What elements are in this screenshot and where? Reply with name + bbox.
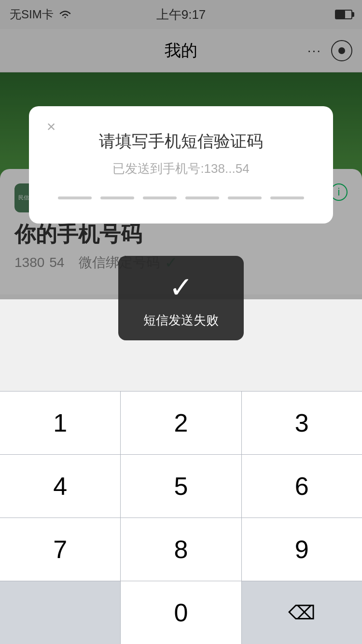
otp-box-2[interactable] xyxy=(100,196,134,199)
otp-input-group[interactable] xyxy=(43,196,319,199)
modal-subtitle: 已发送到手机号:138...54 xyxy=(43,160,319,177)
toast-message: 短信发送失败 xyxy=(143,312,219,329)
key-7[interactable]: 7 xyxy=(0,518,121,581)
key-4[interactable]: 4 xyxy=(0,455,121,518)
otp-box-5[interactable] xyxy=(228,196,262,199)
keypad-row-1: 1 2 3 xyxy=(0,391,362,454)
toast-checkmark-icon: ✓ xyxy=(169,270,193,304)
modal-close-button[interactable]: × xyxy=(42,117,61,136)
toast-notification: ✓ 短信发送失败 xyxy=(118,256,244,340)
key-6[interactable]: 6 xyxy=(242,455,362,518)
sms-modal: × 请填写手机短信验证码 已发送到手机号:138...54 xyxy=(29,106,333,224)
otp-box-6[interactable] xyxy=(270,196,304,199)
keypad-row-3: 7 8 9 xyxy=(0,518,362,581)
key-1[interactable]: 1 xyxy=(0,392,121,454)
key-5[interactable]: 5 xyxy=(121,455,241,518)
keypad-row-4: 0 ⌫ xyxy=(0,581,362,644)
key-empty xyxy=(0,581,121,644)
key-9[interactable]: 9 xyxy=(242,518,362,581)
otp-box-3[interactable] xyxy=(143,196,177,199)
backspace-icon: ⌫ xyxy=(288,602,316,624)
key-3[interactable]: 3 xyxy=(242,392,362,454)
otp-box-4[interactable] xyxy=(185,196,219,199)
key-0[interactable]: 0 xyxy=(121,581,241,644)
key-2[interactable]: 2 xyxy=(121,392,241,454)
key-backspace[interactable]: ⌫ xyxy=(242,581,362,644)
numeric-keypad: 1 2 3 4 5 6 7 8 9 0 ⌫ xyxy=(0,391,362,644)
keypad-row-2: 4 5 6 xyxy=(0,454,362,518)
key-8[interactable]: 8 xyxy=(121,518,241,581)
otp-box-1[interactable] xyxy=(58,196,92,199)
modal-title: 请填写手机短信验证码 xyxy=(43,130,319,153)
